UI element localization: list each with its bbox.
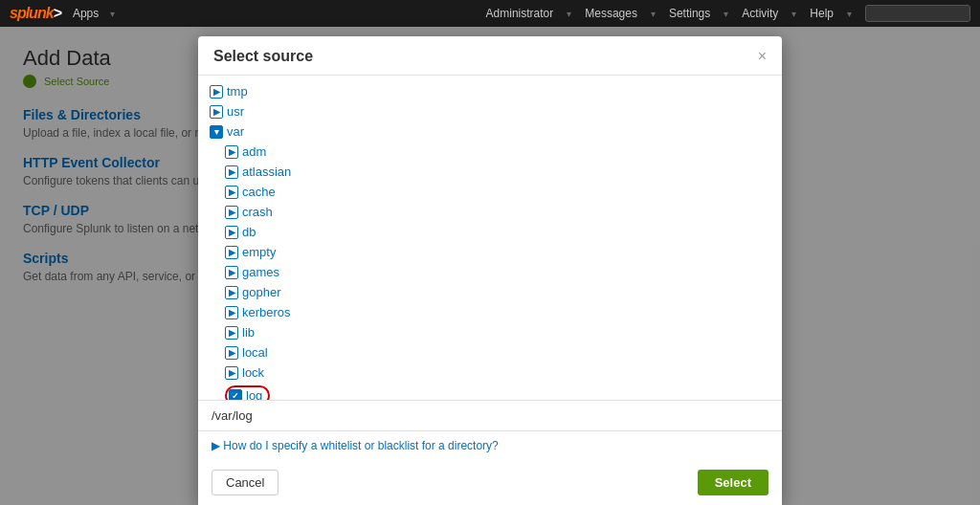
tree-item-label-cache: cache: [242, 185, 276, 199]
tree-item-games[interactable]: ▶games: [198, 262, 782, 282]
tree-item-icon-gopher: ▶: [225, 286, 238, 299]
faq-link[interactable]: ▶ How do I specify a whitelist or blackl…: [198, 431, 782, 460]
modal-close-button[interactable]: ×: [758, 49, 767, 64]
selected-path-display: /var/log: [198, 401, 782, 431]
tree-item-icon-crash: ▶: [225, 206, 238, 219]
tree-item-crash[interactable]: ▶crash: [198, 202, 782, 222]
tree-item-adm[interactable]: ▶adm: [198, 142, 782, 162]
tree-item-label-tmp: tmp: [227, 84, 248, 99]
select-source-modal: Select source × ▶tmp▶usr▾var▶adm▶atlassi…: [198, 36, 782, 505]
modal-footer: Cancel Select: [198, 460, 782, 505]
tree-item-label-kerberos: kerberos: [242, 305, 291, 319]
tree-item-usr[interactable]: ▶usr: [198, 101, 782, 121]
messages-menu[interactable]: Messages: [585, 7, 637, 20]
topnav: splunk> Apps ▾ Administrator ▾ Messages …: [0, 0, 980, 27]
tree-item-icon-lib: ▶: [225, 326, 238, 340]
tree-item-icon-adm: ▶: [225, 145, 238, 159]
tree-item-icon-log: ✓: [229, 389, 242, 402]
main-content: Add Data Select Source Files & Directori…: [0, 27, 980, 505]
help-chevron: ▾: [847, 9, 852, 19]
tree-item-label-usr: usr: [227, 104, 244, 119]
tree-item-kerberos[interactable]: ▶kerberos: [198, 302, 782, 322]
tree-item-label-empty: empty: [242, 245, 276, 259]
modal-overlay: Select source × ▶tmp▶usr▾var▶adm▶atlassi…: [0, 27, 980, 505]
tree-item-icon-atlassian: ▶: [225, 165, 238, 179]
tree-item-label-log: log: [246, 388, 262, 401]
tree-item-label-lib: lib: [242, 325, 255, 340]
topnav-right: Administrator ▾ Messages ▾ Settings ▾ Ac…: [486, 5, 970, 22]
tree-item-icon-games: ▶: [225, 266, 238, 279]
tree-item-icon-empty: ▶: [225, 246, 238, 259]
tree-item-label-lock: lock: [242, 365, 264, 380]
activity-chevron: ▾: [791, 9, 796, 19]
modal-body: ▶tmp▶usr▾var▶adm▶atlassian▶cache▶crash▶d…: [198, 76, 782, 460]
tree-item-lib[interactable]: ▶lib: [198, 322, 782, 342]
admin-menu[interactable]: Administrator: [486, 7, 554, 20]
tree-item-icon-cache: ▶: [225, 186, 238, 199]
splunk-logo[interactable]: splunk>: [10, 5, 61, 22]
modal-header: Select source ×: [198, 36, 782, 76]
tree-item-icon-lock: ▶: [225, 366, 238, 380]
messages-chevron: ▾: [651, 9, 656, 19]
tree-item-label-var: var: [227, 124, 244, 139]
admin-chevron: ▾: [567, 9, 571, 19]
tree-item-cache[interactable]: ▶cache: [198, 182, 782, 202]
tree-item-label-crash: crash: [242, 205, 273, 219]
tree-item-atlassian[interactable]: ▶atlassian: [198, 162, 782, 182]
tree-item-var[interactable]: ▾var: [198, 121, 782, 142]
tree-item-lock[interactable]: ▶lock: [198, 362, 782, 383]
topnav-search-input[interactable]: [865, 5, 970, 22]
tree-item-label-adm: adm: [242, 144, 266, 159]
settings-chevron: ▾: [724, 9, 728, 19]
help-menu[interactable]: Help: [810, 7, 834, 20]
tree-item-label-gopher: gopher: [242, 285, 280, 299]
tree-item-empty[interactable]: ▶empty: [198, 242, 782, 262]
activity-menu[interactable]: Activity: [742, 7, 778, 20]
apps-menu[interactable]: Apps: [73, 7, 99, 20]
modal-title: Select source: [213, 48, 313, 65]
select-button[interactable]: Select: [698, 470, 768, 495]
tree-item-label-db: db: [242, 225, 256, 239]
tree-item-icon-kerberos: ▶: [225, 306, 238, 319]
tree-item-label-games: games: [242, 265, 279, 279]
tree-item-local[interactable]: ▶local: [198, 342, 782, 362]
settings-menu[interactable]: Settings: [669, 7, 710, 20]
selected-ring: ✓log: [225, 385, 270, 401]
tree-item-log[interactable]: ✓log: [198, 383, 782, 401]
tree-item-icon-var: ▾: [210, 125, 223, 139]
tree-item-icon-db: ▶: [225, 226, 238, 239]
apps-chevron: ▾: [110, 9, 115, 19]
tree-item-label-atlassian: atlassian: [242, 165, 291, 179]
tree-item-icon-local: ▶: [225, 346, 238, 360]
cancel-button[interactable]: Cancel: [212, 470, 278, 495]
tree-item-icon-usr: ▶: [210, 105, 223, 119]
file-tree[interactable]: ▶tmp▶usr▾var▶adm▶atlassian▶cache▶crash▶d…: [198, 76, 782, 401]
tree-item-gopher[interactable]: ▶gopher: [198, 282, 782, 302]
tree-item-db[interactable]: ▶db: [198, 222, 782, 242]
tree-item-tmp[interactable]: ▶tmp: [198, 81, 782, 101]
tree-item-icon-tmp: ▶: [210, 85, 223, 99]
tree-item-label-local: local: [242, 345, 268, 360]
